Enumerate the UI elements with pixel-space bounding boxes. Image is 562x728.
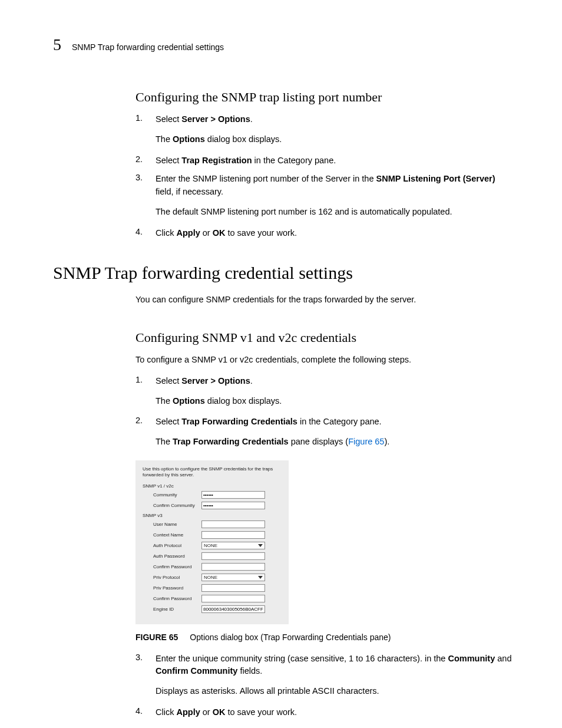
text: to save your work. [225,228,297,238]
page-header: 5 SNMP Trap forwarding credential settin… [53,35,515,54]
text: Trap Forwarding Credentials [181,417,297,426]
menu-path: Server > Options [181,376,250,386]
section-heading-creds: Configuring SNMP v1 and v2c credentials [135,330,515,345]
step-4: 4. Click Apply or OK to save your work. [135,706,515,719]
priv-password-input[interactable] [201,584,265,592]
steps-list-1: 1. Select Server > Options. The Options … [135,113,515,239]
text: to save your work. [225,707,297,717]
steps-list-3: 3. Enter the unique community string (ca… [135,653,515,719]
step-text: Click Apply or OK to save your work. [156,227,515,240]
menu-path: Server > Options [181,114,250,124]
step-1: 1. Select Server > Options. The Options … [135,113,515,149]
figure-label: FIGURE 65 [135,633,178,642]
text: . [250,376,253,386]
auth-protocol-select[interactable]: NONE [201,542,265,549]
text: OK [213,707,226,717]
text: Enter the unique community string (case … [156,654,448,663]
figure-link[interactable]: Figure 65 [348,437,384,446]
user-name-input[interactable] [201,521,265,528]
chevron-down-icon [258,544,263,547]
running-head: SNMP Trap forwarding credential settings [72,42,224,52]
confirm-community-label: Confirm Community [153,503,201,508]
text: Select [156,156,181,165]
step-subtext: The Trap Forwarding Credentials pane dis… [156,436,515,449]
page-heading: SNMP Trap forwarding credential settings [53,263,515,283]
priv-password-row: Priv Password [143,584,282,592]
text: Select [156,417,181,426]
confirm-password2-label: Confirm Password [153,596,201,601]
step-subtext: The Options dialog box displays. [156,133,515,146]
step-4: 4. Click Apply or OK to save your work. [135,227,515,240]
confirm-password-input[interactable] [201,563,265,571]
intro-paragraph: To configure a SNMP v1 or v2c credential… [135,354,515,367]
step-3: 3. Enter the unique community string (ca… [135,653,515,700]
text: Confirm Community [156,666,237,676]
text: dialog box displays. [205,134,282,144]
auth-password-row: Auth Password [143,552,282,560]
text: . [250,114,253,124]
context-name-label: Context Name [153,532,201,538]
step-number: 4. [135,706,147,719]
step-number: 1. [135,113,147,149]
auth-protocol-value: NONE [204,543,217,548]
community-label: Community [153,492,201,498]
intro-paragraph: You can configure SNMP credentials for t… [135,294,515,307]
priv-protocol-value: NONE [204,575,217,580]
step-text: Select Server > Options. The Options dia… [156,375,515,410]
text: Trap Registration [181,156,252,165]
text: OK [213,228,226,238]
engine-id-label: Engine ID [153,607,201,612]
confirm-password-label: Confirm Password [153,564,201,569]
text: or [200,228,213,238]
figure-caption: FIGURE 65Options dialog box (Trap Forwar… [135,633,515,642]
step-number: 2. [135,154,147,167]
section-label: SNMP v3 [143,513,282,518]
step-number: 3. [135,653,147,700]
text: The [156,134,173,144]
text: Options [173,134,205,144]
chevron-down-icon [258,576,263,579]
engine-id-input[interactable] [201,605,265,613]
confirm-community-input[interactable] [201,502,265,509]
text: and [495,654,511,663]
priv-protocol-select[interactable]: NONE [201,574,265,581]
text: Click [156,707,176,717]
confirm-password2-input[interactable] [201,595,265,602]
step-text: Select Trap Registration in the Category… [156,154,515,167]
engine-id-row: Engine ID [143,605,282,613]
auth-protocol-row: Auth Protocol NONE [143,542,282,549]
text: in the Category pane. [297,417,382,426]
text: Apply [176,707,200,717]
text: Click [156,228,176,238]
step-text: Enter the unique community string (case … [156,653,515,700]
text: field, if necessary. [156,187,223,196]
text: Select [156,376,181,386]
step-text: Click Apply or OK to save your work. [156,706,515,719]
steps-list-2: 1. Select Server > Options. The Options … [135,375,515,451]
text: Select [156,114,181,124]
step-number: 4. [135,227,147,240]
step-text: Select Server > Options. The Options dia… [156,113,515,149]
dialog-intro: Use this option to configure the SNMP cr… [143,466,282,479]
text: pane displays ( [289,437,349,446]
step-number: 3. [135,173,147,220]
step-number: 1. [135,375,147,410]
step-subtext: The Options dialog box displays. [156,395,515,408]
text: Trap Forwarding Credentials [173,437,289,446]
priv-protocol-row: Priv Protocol NONE [143,574,282,581]
context-name-input[interactable] [201,531,265,539]
auth-password-input[interactable] [201,552,265,560]
step-subtext: The default SNMP listening port number i… [156,206,515,219]
text: Community [448,654,495,663]
text: Apply [176,228,200,238]
text: The [156,437,173,446]
community-input[interactable] [201,491,265,499]
context-name-row: Context Name [143,531,282,539]
priv-protocol-label: Priv Protocol [153,575,201,580]
options-dialog: Use this option to configure the SNMP cr… [135,460,289,624]
auth-password-label: Auth Password [153,554,201,559]
step-text: Select Trap Forwarding Credentials in th… [156,416,515,451]
confirm-community-row: Confirm Community [143,502,282,509]
step-2: 2. Select Trap Forwarding Credentials in… [135,416,515,451]
figure-caption-text: Options dialog box (Trap Forwarding Cred… [190,633,391,642]
